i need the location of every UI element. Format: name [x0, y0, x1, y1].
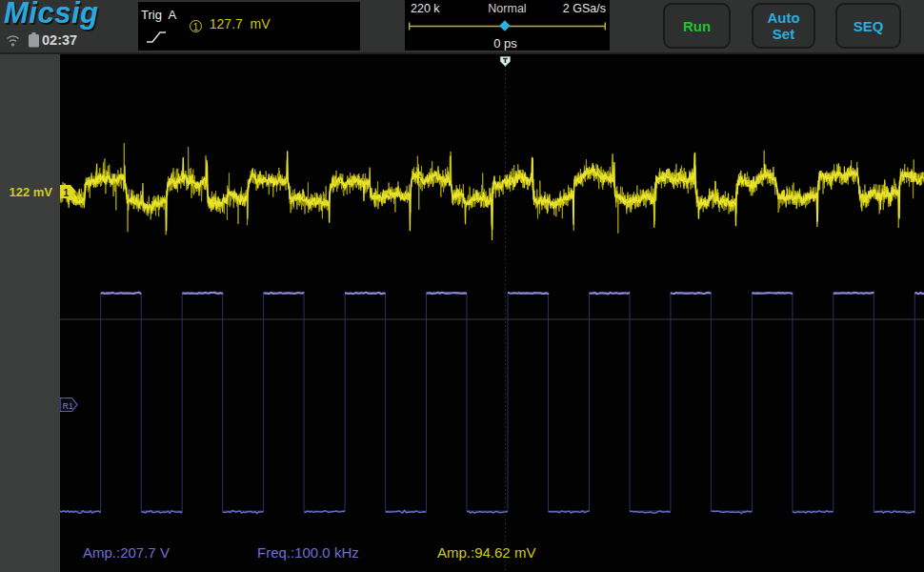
svg-text:Freq.:100.0 kHz: Freq.:100.0 kHz: [257, 544, 359, 561]
svg-text:Amp.:94.62 mV: Amp.:94.62 mV: [437, 544, 535, 561]
svg-text:1: 1: [64, 188, 70, 198]
svg-text:Amp.:207.7 V: Amp.:207.7 V: [83, 544, 170, 561]
svg-text:R1: R1: [63, 401, 73, 411]
